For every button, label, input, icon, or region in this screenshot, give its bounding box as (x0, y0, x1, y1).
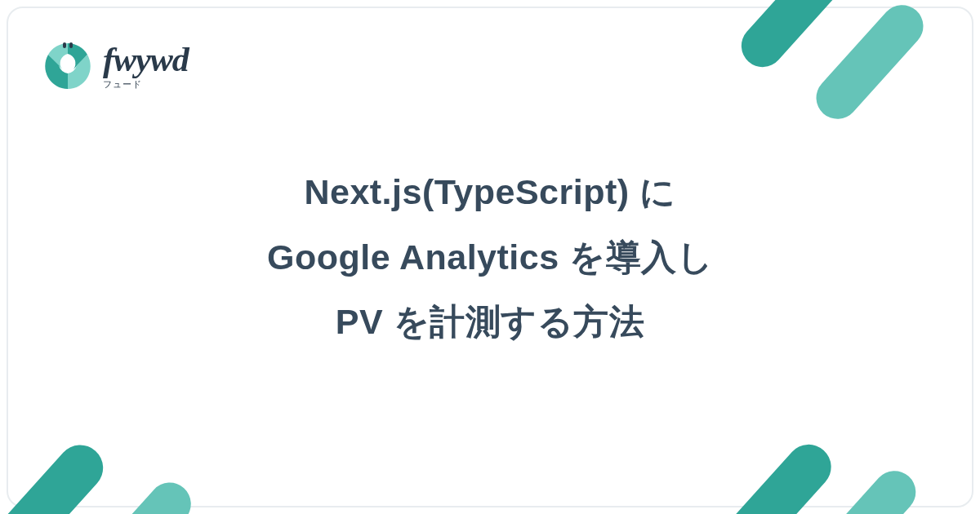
page-title: Next.js(TypeScript) に Google Analytics を… (0, 160, 980, 355)
logo-name: fwywd (103, 42, 189, 77)
title-container: Next.js(TypeScript) に Google Analytics を… (0, 160, 980, 355)
svg-rect-2 (69, 42, 73, 48)
logo: fwywd フュード (42, 41, 189, 91)
logo-mark-icon (42, 41, 93, 91)
svg-rect-1 (63, 42, 66, 48)
title-line-3: PV を計測する方法 (0, 290, 980, 355)
logo-text: fwywd フュード (103, 42, 189, 91)
title-line-2: Google Analytics を導入し (0, 224, 980, 290)
title-line-1: Next.js(TypeScript) に (0, 160, 980, 225)
logo-subtitle: フュード (103, 78, 142, 91)
